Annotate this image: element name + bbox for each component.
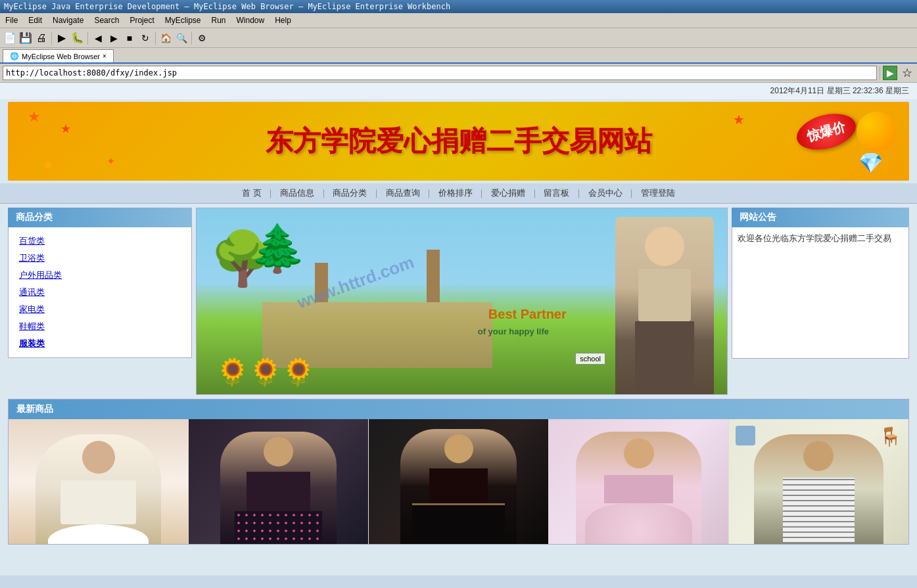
tab-label: MyEclipse Web Browser [22, 53, 100, 60]
address-input[interactable] [3, 66, 877, 80]
nav-donate[interactable]: 爱心捐赠 [491, 188, 525, 198]
right-sidebar-header: 网站公告 [732, 208, 909, 227]
toolbar-save[interactable]: 💾 [18, 31, 33, 45]
toolbar-debug[interactable]: 🐛 [70, 31, 85, 45]
new-products-section: 最新商品 [8, 399, 909, 545]
toolbar-back[interactable]: ◀ [91, 31, 105, 45]
menu-edit[interactable]: Edit [26, 14, 45, 26]
menu-myeclipse[interactable]: MyEclipse [162, 14, 204, 26]
slide-girl [615, 217, 714, 394]
menu-search[interactable]: Search [91, 14, 122, 26]
nav-guestbook[interactable]: 留言板 [544, 188, 569, 198]
product-item-2[interactable] [189, 419, 369, 544]
slideshow: 🌳 🌲 🌻🌻🌻 www.httrd.com Best Partner of yo… [196, 208, 728, 395]
toolbar-search[interactable]: 🔍 [174, 31, 189, 45]
main-layout: 商品分类 百货类 卫浴类 户外用品类 通讯类 家电类 鞋帽类 服装类 🌳 🌲 [8, 208, 909, 395]
title-bar: MyEclipse Java Enterprise Development – … [0, 0, 917, 13]
menu-project[interactable]: Project [127, 14, 156, 26]
nav-products[interactable]: 商品信息 [280, 188, 314, 198]
slide-subtext: of your happy life [478, 327, 549, 336]
nav-search[interactable]: 商品查询 [386, 188, 420, 198]
slide-tree2: 🌲 [249, 221, 306, 275]
address-bar: ▶ ☆ [0, 64, 917, 83]
tab-bar: 🌐 MyEclipse Web Browser × [0, 48, 917, 64]
nav-admin[interactable]: 管理登陆 [641, 188, 675, 198]
sidebar-body: 百货类 卫浴类 户外用品类 通讯类 家电类 鞋帽类 服装类 [8, 227, 192, 358]
banner: ★ ★ ★ ✦ ★ 东方学院爱心捐赠二手交易网站 惊爆价 💎 [8, 102, 909, 181]
menu-bar: File Edit Navigate Search Project MyEcli… [0, 13, 917, 28]
product-item-4[interactable] [549, 419, 729, 544]
date-bar: 2012年4月11日 星期三 22:32:36 星期三 [0, 83, 917, 99]
toolbar-home[interactable]: 🏠 [158, 31, 173, 45]
toolbar-print[interactable]: 🖨 [34, 31, 49, 45]
tab-close-button[interactable]: × [103, 53, 106, 60]
sep1 [51, 32, 52, 45]
menu-window[interactable]: Window [234, 14, 268, 26]
sidebar-item-appliance[interactable]: 家电类 [19, 301, 181, 318]
toolbar-settings[interactable]: ⚙ [195, 31, 209, 45]
center-content: 🌳 🌲 🌻🌻🌻 www.httrd.com Best Partner of yo… [196, 208, 728, 395]
sidebar-item-baihuo[interactable]: 百货类 [19, 233, 181, 250]
nav-bar: 首 页 ｜ 商品信息 ｜ 商品分类 ｜ 商品查询 ｜ 价格排序 ｜ 爱心捐赠 ｜… [0, 183, 917, 204]
sidebar-item-outdoor[interactable]: 户外用品类 [19, 267, 181, 284]
banner-deco-circle [857, 112, 896, 151]
nav-member[interactable]: 会员中心 [588, 188, 623, 198]
slide-background: 🌳 🌲 🌻🌻🌻 www.httrd.com Best Partner of yo… [197, 208, 727, 394]
address-star-button[interactable]: ☆ [900, 66, 914, 80]
toolbar-stop[interactable]: ■ [122, 31, 137, 45]
web-content: 2012年4月11日 星期三 22:32:36 星期三 ★ ★ ★ ✦ ★ 东方… [0, 83, 917, 576]
sidebar-item-waiyu[interactable]: 卫浴类 [19, 250, 181, 267]
title-text: MyEclipse Java Enterprise Development – … [4, 2, 450, 11]
address-sep [880, 66, 880, 79]
sep2 [87, 32, 88, 45]
slide-text: Best Partner [488, 307, 567, 322]
products-grid: 🪑 [9, 419, 908, 544]
slide-sunflowers: 🌻🌻🌻 [216, 357, 315, 388]
new-products-header: 最新商品 [9, 399, 908, 419]
right-sidebar-content: 欢迎各位光临东方学院爱心捐赠二手交易 [738, 233, 903, 244]
menu-help[interactable]: Help [272, 14, 294, 26]
toolbar-new[interactable]: 📄 [3, 31, 17, 45]
sep3 [155, 32, 156, 45]
slide-school-sign: school [575, 353, 605, 365]
banner-deco-gem: 💎 [858, 151, 883, 174]
browser-tab[interactable]: 🌐 MyEclipse Web Browser × [3, 49, 114, 62]
toolbar-forward[interactable]: ▶ [106, 31, 121, 45]
sidebar-item-clothing[interactable]: 服装类 [19, 335, 181, 352]
menu-navigate[interactable]: Navigate [50, 14, 86, 26]
banner-title: 东方学院爱心捐赠二手交易网站 [266, 123, 652, 160]
sidebar-item-telecom[interactable]: 通讯类 [19, 284, 181, 301]
toolbar-run[interactable]: ▶ [55, 31, 69, 45]
menu-file[interactable]: File [3, 14, 20, 26]
sidebar-item-shoes[interactable]: 鞋帽类 [19, 318, 181, 335]
nav-price[interactable]: 价格排序 [438, 188, 473, 198]
right-sidebar-body: 欢迎各位光临东方学院爱心捐赠二手交易 [732, 227, 909, 359]
sidebar-header: 商品分类 [8, 208, 192, 227]
nav-category[interactable]: 商品分类 [333, 188, 367, 198]
date-text: 2012年4月11日 星期三 22:32:36 星期三 [770, 86, 909, 95]
product-item-3[interactable] [369, 419, 549, 544]
menu-run[interactable]: Run [208, 14, 228, 26]
toolbar-refresh[interactable]: ↻ [138, 31, 153, 45]
slide-tower2 [427, 250, 440, 302]
tab-icon: 🌐 [10, 52, 19, 60]
right-sidebar: 网站公告 欢迎各位光临东方学院爱心捐赠二手交易 [732, 208, 909, 395]
nav-home[interactable]: 首 页 [242, 188, 262, 198]
address-go-button[interactable]: ▶ [883, 66, 897, 80]
product-item-1[interactable] [9, 419, 189, 544]
product-item-5[interactable]: 🪑 [729, 419, 908, 544]
sidebar: 商品分类 百货类 卫浴类 户外用品类 通讯类 家电类 鞋帽类 服装类 [8, 208, 192, 395]
toolbar: 📄 💾 🖨 ▶ 🐛 ◀ ▶ ■ ↻ 🏠 🔍 ⚙ [0, 28, 917, 48]
sep4 [191, 32, 192, 45]
